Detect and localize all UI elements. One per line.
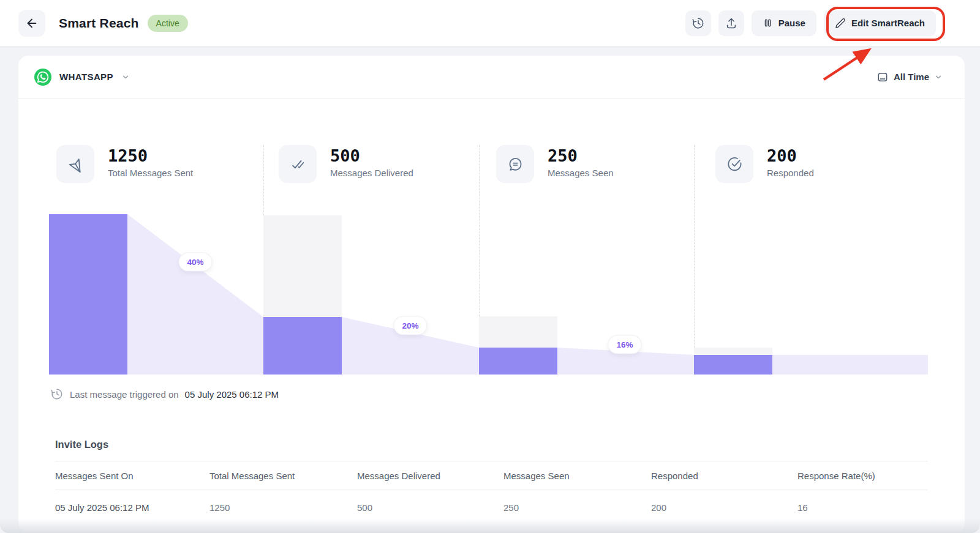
log-cell-response-rate: 16 xyxy=(797,502,928,513)
stat-value: 1250 xyxy=(108,146,193,165)
stat-label: Responded xyxy=(767,168,814,178)
log-cell-total-sent: 1250 xyxy=(209,502,357,513)
funnel-chart: 40% 20% 16% xyxy=(49,214,928,375)
back-button[interactable] xyxy=(18,10,45,37)
funnel-track-responded xyxy=(694,348,772,355)
check-circle-icon xyxy=(715,145,753,183)
send-icon xyxy=(56,145,94,183)
log-cell-sent-on: 05 July 2025 06:12 PM xyxy=(55,502,209,513)
funnel-section: 1250 Total Messages Sent 500 Messages De… xyxy=(18,99,965,439)
history-clock-icon xyxy=(50,387,64,401)
pause-button[interactable]: Pause xyxy=(752,10,816,36)
chevron-down-icon xyxy=(934,73,943,81)
stat-messages-delivered: 500 Messages Delivered xyxy=(279,145,413,183)
whatsapp-icon xyxy=(34,69,51,86)
top-bar: Smart Reach Active Pause Edit SmartReach xyxy=(0,0,980,47)
last-triggered-line: Last message triggered on 05 July 2025 0… xyxy=(50,387,279,401)
chevron-down-icon xyxy=(121,73,130,81)
log-cell-delivered: 500 xyxy=(357,502,503,513)
campaign-panel: WHATSAPP All Time 1250 To xyxy=(18,56,965,533)
funnel-area-2 xyxy=(342,214,479,375)
invite-logs-title: Invite Logs xyxy=(55,439,928,450)
channel-dropdown[interactable]: WHATSAPP xyxy=(34,69,130,86)
column-header: Messages Sent On xyxy=(55,471,209,481)
arrow-left-icon xyxy=(25,17,39,30)
channel-label: WHATSAPP xyxy=(59,72,113,82)
invite-logs-row: 05 July 2025 06:12 PM 1250 500 250 200 1… xyxy=(55,490,928,524)
stat-label: Messages Seen xyxy=(548,168,614,178)
stat-value: 500 xyxy=(330,146,413,165)
column-divider xyxy=(263,145,264,215)
conversion-badge-2: 20% xyxy=(394,317,426,335)
stat-total-messages-sent: 1250 Total Messages Sent xyxy=(56,145,193,183)
pause-icon xyxy=(763,18,773,28)
funnel-bar-delivered xyxy=(263,317,342,375)
funnel-track-seen xyxy=(479,316,557,348)
invite-logs-header-row: Messages Sent On Total Messages Sent Mes… xyxy=(55,461,928,490)
last-triggered-datetime: 05 July 2025 06:12 PM xyxy=(185,389,279,400)
funnel-track-delivered xyxy=(263,215,342,317)
log-cell-seen: 250 xyxy=(503,502,651,513)
time-filter-label: All Time xyxy=(894,72,929,82)
column-header: Total Messages Sent xyxy=(209,471,357,481)
funnel-bar-sent xyxy=(49,214,127,375)
status-badge: Active xyxy=(148,15,188,32)
stat-label: Messages Delivered xyxy=(330,168,413,178)
column-header: Messages Delivered xyxy=(357,471,503,481)
panel-header: WHATSAPP All Time xyxy=(18,56,965,99)
edit-smartreach-button[interactable]: Edit SmartReach xyxy=(824,10,936,36)
time-filter-dropdown[interactable]: All Time xyxy=(876,71,943,83)
column-header: Messages Seen xyxy=(503,471,651,481)
stat-responded: 200 Responded xyxy=(715,145,814,183)
funnel-bar-responded xyxy=(694,355,772,375)
calendar-icon xyxy=(876,71,889,83)
funnel-area-4 xyxy=(772,214,928,375)
stat-messages-seen: 250 Messages Seen xyxy=(496,145,614,183)
history-button[interactable] xyxy=(685,10,711,36)
stat-label: Total Messages Sent xyxy=(108,168,193,178)
upload-icon xyxy=(725,17,738,30)
pencil-icon xyxy=(835,18,846,29)
invite-logs-section: Invite Logs Messages Sent On Total Messa… xyxy=(18,439,965,524)
last-triggered-prefix: Last message triggered on xyxy=(70,389,179,400)
double-check-icon xyxy=(279,145,317,183)
log-cell-responded: 200 xyxy=(651,502,797,513)
conversion-badge-3: 16% xyxy=(608,336,641,354)
edit-smartreach-label: Edit SmartReach xyxy=(851,18,925,28)
funnel-area-1 xyxy=(127,214,263,375)
conversion-badge-1: 40% xyxy=(179,253,211,271)
history-clock-icon xyxy=(692,17,705,30)
message-seen-icon xyxy=(496,145,534,183)
stat-value: 250 xyxy=(548,146,614,165)
column-header: Response Rate(%) xyxy=(797,471,928,481)
pause-label: Pause xyxy=(778,18,805,28)
column-header: Responded xyxy=(651,471,797,481)
funnel-bar-seen xyxy=(479,348,557,375)
stat-value: 200 xyxy=(767,146,814,165)
page-title: Smart Reach xyxy=(59,16,139,31)
export-button[interactable] xyxy=(718,10,744,36)
top-bar-actions: Pause Edit SmartReach xyxy=(685,10,936,36)
